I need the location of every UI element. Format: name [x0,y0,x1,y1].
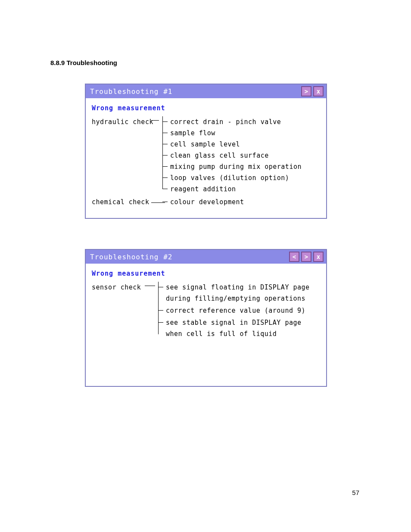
dialog-title: Troubleshooting #2 [90,253,172,261]
troubleshooting-dialog-2: Troubleshooting #2 < > x Wrong measureme… [85,249,327,387]
next-button[interactable]: > [301,86,311,96]
dialog-subheader: Wrong measurement [92,268,320,279]
troubleshooting-tree: hydraulic check correct drain - pinch va… [92,116,320,208]
tree-node: colour development [165,196,320,208]
title-buttons: < > x [289,252,324,262]
branch-items: see signal floating in DISPLAY page duri… [161,282,320,340]
branch-label: sensor check [92,282,141,293]
dialog-body: Wrong measurement hydraulic check correc… [86,98,326,214]
troubleshooting-dialog-1: Troubleshooting #1 > x Wrong measurement… [85,84,327,219]
tree-branch-chemical: chemical check colour development [92,196,320,208]
tree-node: cell sample level [165,139,320,150]
close-button[interactable]: x [313,86,324,96]
prev-button[interactable]: < [289,252,299,262]
titlebar: Troubleshooting #1 > x [86,84,326,98]
dialog-title: Troubleshooting #1 [90,87,172,96]
tree-node: see signal floating in DISPLAY page duri… [161,282,316,305]
tree-node: sample flow [165,128,320,139]
troubleshooting-tree: sensor check see signal floating in DISP… [92,282,320,340]
branch-label: hydraulic check [92,116,153,128]
branch-label: chemical check [92,196,149,208]
title-buttons: > x [301,86,324,96]
page-number: 57 [352,489,359,496]
tree-node: reagent addition [165,184,320,195]
titlebar: Troubleshooting #2 < > x [86,250,326,264]
tree-node: correct drain - pinch valve [165,116,320,128]
next-button[interactable]: > [301,252,311,262]
tree-node: loop valves (dilution option) [165,172,320,184]
dialog-subheader: Wrong measurement [92,103,320,114]
tree-node: correct reference value (around 9) [161,305,316,317]
section-heading: 8.8.9 Troubleshooting [50,59,117,66]
branch-items: colour development [165,196,320,208]
close-button[interactable]: x [313,252,324,262]
tree-node: clean glass cell surface [165,150,320,161]
dialog-body: Wrong measurement sensor check see signa… [86,264,326,346]
tree-branch-hydraulic: hydraulic check correct drain - pinch va… [92,116,320,195]
branch-items: correct drain - pinch valve sample flow … [165,116,320,195]
tree-branch-sensor: sensor check see signal floating in DISP… [92,282,320,340]
tree-node: see stable signal in DISPLAY page when c… [161,317,316,340]
tree-node: mixing pump during mix operation [165,161,320,172]
